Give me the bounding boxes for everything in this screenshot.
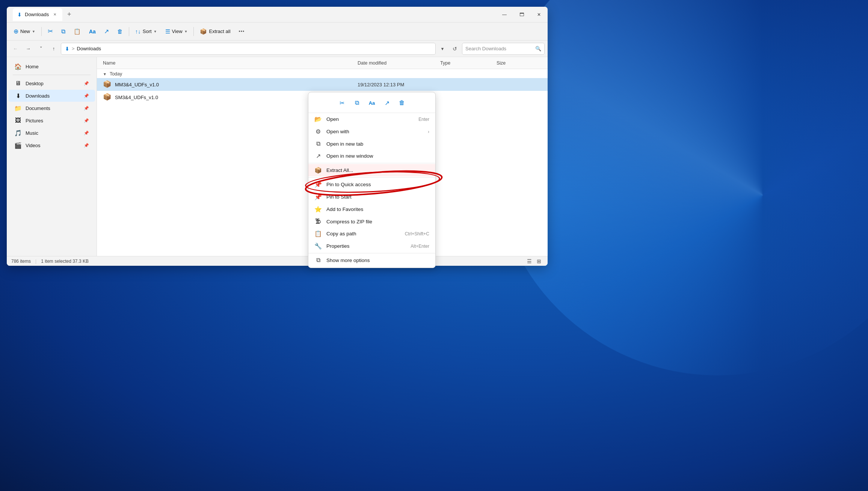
pin-icon-downloads: 📌 <box>84 93 89 98</box>
forward-button[interactable]: → <box>23 43 34 54</box>
list-view-button[interactable]: ☰ <box>525 257 533 265</box>
file-name-mm34: MM3&4_UDFs_v1.0 <box>115 82 358 87</box>
close-button[interactable]: ✕ <box>530 9 548 21</box>
sidebar-item-downloads[interactable]: ⬇ Downloads 📌 <box>8 90 95 102</box>
file-row-mm34[interactable]: 📦 MM3&4_UDFs_v1.0 19/12/2023 12:13 PM <box>97 78 548 91</box>
sort-label: Sort <box>143 29 152 34</box>
maximize-button[interactable]: 🗖 <box>513 9 530 21</box>
new-label: New <box>20 29 30 34</box>
bg-decoration <box>492 0 868 375</box>
cm-copy-path-icon: 📋 <box>314 230 322 237</box>
cm-item-open-new-tab[interactable]: ⧉ Open in new tab <box>308 138 435 150</box>
view-dropdown-icon: ▼ <box>184 30 188 33</box>
col-name-header[interactable]: Name <box>103 60 358 66</box>
cm-extract-label: Extract All... <box>326 167 353 173</box>
documents-icon: 📁 <box>14 105 22 112</box>
cm-properties-label: Properties <box>326 243 350 249</box>
cm-open-icon: 📂 <box>314 116 322 123</box>
new-button[interactable]: ⊕ New ▼ <box>10 25 39 38</box>
cm-delete-button[interactable]: 🗑 <box>395 96 409 110</box>
cm-open-newwin-label: Open in new window <box>326 153 373 159</box>
col-date-header[interactable]: Date modified <box>358 60 440 66</box>
extract-icon: 📦 <box>200 28 207 35</box>
sidebar-item-music[interactable]: 🎵 Music 📌 <box>8 127 95 139</box>
view-button[interactable]: ☰ View ▼ <box>162 25 192 38</box>
back-button[interactable]: ← <box>10 43 21 54</box>
cm-separator-1 <box>308 163 435 163</box>
sort-button[interactable]: ↑↓ Sort ▼ <box>131 25 161 38</box>
sidebar-home-label: Home <box>26 64 39 69</box>
selection-status: 1 item selected 37.3 KB <box>41 259 89 264</box>
address-dropdown-button[interactable]: ▼ <box>437 44 448 54</box>
downloads-icon: ⬇ <box>14 92 22 99</box>
sidebar-item-home[interactable]: 🏠 Home <box>8 60 95 72</box>
cm-open-with-icon: ⚙ <box>314 128 322 135</box>
cm-zip-icon: 🗜 <box>314 218 322 225</box>
cm-item-pin-start[interactable]: 📌 Pin to Start <box>308 191 435 203</box>
cm-item-copy-path[interactable]: 📋 Copy as path Ctrl+Shift+C <box>308 227 435 240</box>
rename-icon: Aa <box>89 29 96 35</box>
recent-locations-button[interactable]: ˅ <box>35 43 47 54</box>
cm-cut-button[interactable]: ✂ <box>335 96 349 110</box>
cm-rename-icon: Aa <box>369 100 375 106</box>
cm-open-label: Open <box>326 116 339 122</box>
window-tab[interactable]: ⬇ Downloads ✕ <box>13 8 62 21</box>
toolbar-separator-2 <box>129 27 129 36</box>
sidebar-item-desktop[interactable]: 🖥 Desktop 📌 <box>8 77 95 89</box>
cm-item-open-new-window[interactable]: ↗ Open in new window <box>308 150 435 162</box>
search-placeholder: Search Downloads <box>465 46 533 51</box>
delete-icon: 🗑 <box>117 28 123 35</box>
items-count: 786 items <box>11 259 31 264</box>
paste-button[interactable]: 📋 <box>70 25 85 38</box>
up-button[interactable]: ↑ <box>48 43 59 54</box>
sidebar-item-documents[interactable]: 📁 Documents 📌 <box>8 102 95 114</box>
file-date-mm34: 19/12/2023 12:13 PM <box>358 82 440 87</box>
sort-dropdown-icon: ▼ <box>154 30 157 33</box>
view-label: View <box>172 29 183 34</box>
up-icon: ↑ <box>53 46 55 51</box>
search-box[interactable]: Search Downloads 🔍 <box>462 43 545 55</box>
cm-item-extract-all[interactable]: 📦 Extract All... <box>308 164 435 176</box>
rename-button[interactable]: Aa <box>85 25 100 38</box>
address-bar: ← → ˅ ↑ ⬇ > Downloads ▼ ↺ Search Downloa… <box>7 41 548 57</box>
dropdown-arrow-icon: ˅ <box>40 46 42 51</box>
sidebar-item-videos[interactable]: 🎬 Videos 📌 <box>8 139 95 151</box>
delete-button[interactable]: 🗑 <box>113 25 127 38</box>
tab-close-button[interactable]: ✕ <box>52 12 58 18</box>
pin-icon-pictures: 📌 <box>84 118 89 123</box>
new-tab-button[interactable]: + <box>64 9 74 20</box>
more-icon: ••• <box>239 29 245 34</box>
context-menu-toolbar: ✂ ⧉ Aa ↗ 🗑 <box>308 94 435 113</box>
cm-item-properties[interactable]: 🔧 Properties Alt+Enter <box>308 240 435 252</box>
tab-icon: ⬇ <box>17 12 22 18</box>
view-icon: ☰ <box>165 28 170 35</box>
cm-copy-button[interactable]: ⧉ <box>350 96 364 110</box>
grid-view-button[interactable]: ⊞ <box>535 257 543 265</box>
address-path[interactable]: ⬇ > Downloads <box>61 43 436 55</box>
sidebar-videos-label: Videos <box>26 143 41 148</box>
minimize-button[interactable]: — <box>496 9 513 21</box>
extract-button[interactable]: 📦 Extract all <box>196 25 234 38</box>
pin-icon-documents: 📌 <box>84 106 89 111</box>
refresh-button[interactable]: ↺ <box>449 43 460 54</box>
cm-item-open-with[interactable]: ⚙ Open with › <box>308 125 435 138</box>
more-button[interactable]: ••• <box>235 25 249 38</box>
col-size-header[interactable]: Size <box>497 60 542 66</box>
copy-button[interactable]: ⧉ <box>57 25 69 38</box>
cm-favorites-label: Add to Favorites <box>326 206 363 212</box>
cm-item-open[interactable]: 📂 Open Enter <box>308 113 435 125</box>
cm-share-button[interactable]: ↗ <box>380 96 394 110</box>
cut-button[interactable]: ✂ <box>44 25 57 38</box>
share-button[interactable]: ↗ <box>100 25 113 38</box>
cm-item-compress-zip[interactable]: 🗜 Compress to ZIP file <box>308 215 435 227</box>
sidebar-item-pictures[interactable]: 🖼 Pictures 📌 <box>8 114 95 127</box>
col-type-header[interactable]: Type <box>440 60 497 66</box>
videos-icon: 🎬 <box>14 142 22 149</box>
cm-item-pin-quick[interactable]: 📌 Pin to Quick access <box>308 178 435 191</box>
sidebar-separator <box>13 75 91 75</box>
cm-item-show-more[interactable]: ⧉ Show more options <box>308 254 435 266</box>
cut-icon: ✂ <box>48 27 53 35</box>
group-expand-icon[interactable]: ▼ <box>103 72 107 76</box>
cm-rename-button[interactable]: Aa <box>365 96 379 110</box>
cm-item-add-favorites[interactable]: ⭐ Add to Favorites <box>308 203 435 215</box>
